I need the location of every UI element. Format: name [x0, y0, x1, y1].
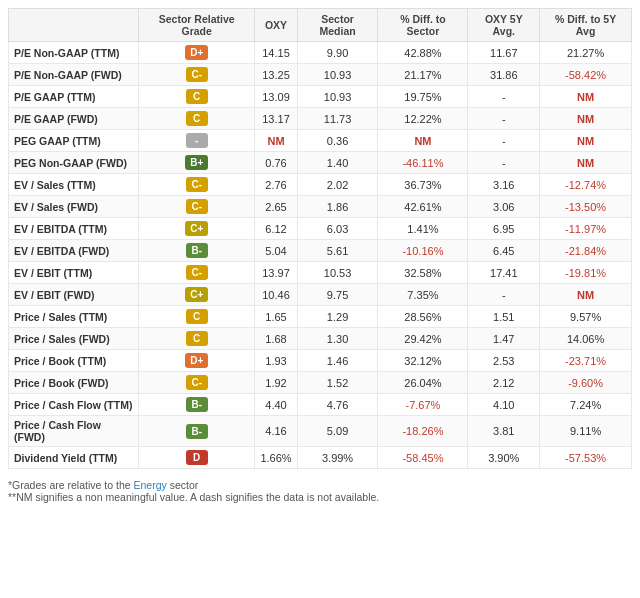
grade-badge: C — [186, 89, 208, 104]
grade-cell: C- — [139, 196, 255, 218]
diff-sector-value: 42.88% — [378, 42, 468, 64]
col-oxy: OXY — [255, 9, 297, 42]
diff-5y-value: -58.42% — [540, 64, 632, 86]
oxy5y-value: 1.51 — [468, 306, 540, 328]
diff-5y-value: -13.50% — [540, 196, 632, 218]
oxy-value: 6.12 — [255, 218, 297, 240]
grade-cell: C — [139, 108, 255, 130]
grade-badge: C — [186, 309, 208, 324]
grade-cell: B+ — [139, 152, 255, 174]
grade-badge: C- — [186, 375, 208, 390]
footer-line1: *Grades are relative to the Energy secto… — [8, 479, 632, 491]
table-row: Dividend Yield (TTM)D1.66%3.99%-58.45%3.… — [9, 447, 632, 469]
oxy-value: 1.65 — [255, 306, 297, 328]
sector-median-value: 3.99% — [297, 447, 378, 469]
grade-cell: C — [139, 86, 255, 108]
oxy5y-value: 3.06 — [468, 196, 540, 218]
oxy-value: 4.40 — [255, 394, 297, 416]
sector-median-value: 1.86 — [297, 196, 378, 218]
grade-badge: - — [186, 133, 208, 148]
oxy-value: 2.65 — [255, 196, 297, 218]
footer-line2: **NM signifies a non meaningful value. A… — [8, 491, 632, 503]
table-row: P/E Non-GAAP (TTM)D+14.159.9042.88%11.67… — [9, 42, 632, 64]
metric-name: Price / Book (TTM) — [9, 350, 139, 372]
metric-name: P/E Non-GAAP (TTM) — [9, 42, 139, 64]
oxy-value: 1.66% — [255, 447, 297, 469]
table-header-row: Sector Relative Grade OXY Sector Median … — [9, 9, 632, 42]
diff-5y-value: NM — [540, 108, 632, 130]
table-row: Price / Sales (FWD)C1.681.3029.42%1.4714… — [9, 328, 632, 350]
diff-5y-value: -12.74% — [540, 174, 632, 196]
sector-median-value: 5.09 — [297, 416, 378, 447]
diff-sector-value: 28.56% — [378, 306, 468, 328]
diff-5y-value: -57.53% — [540, 447, 632, 469]
grade-badge: B+ — [185, 155, 208, 170]
table-row: P/E GAAP (TTM)C13.0910.9319.75%-NM — [9, 86, 632, 108]
diff-sector-value: 19.75% — [378, 86, 468, 108]
oxy5y-value: 6.95 — [468, 218, 540, 240]
diff-sector-value: -18.26% — [378, 416, 468, 447]
grade-cell: D+ — [139, 350, 255, 372]
oxy-value: 13.97 — [255, 262, 297, 284]
diff-sector-value: 32.58% — [378, 262, 468, 284]
grade-badge: D+ — [185, 45, 208, 60]
oxy5y-value: 3.90% — [468, 447, 540, 469]
sector-median-value: 1.30 — [297, 328, 378, 350]
oxy-value: 0.76 — [255, 152, 297, 174]
diff-sector-value: 12.22% — [378, 108, 468, 130]
metric-name: EV / EBIT (TTM) — [9, 262, 139, 284]
table-row: Price / Book (FWD)C-1.921.5226.04%2.12-9… — [9, 372, 632, 394]
diff-sector-value: -10.16% — [378, 240, 468, 262]
table-row: Price / Book (TTM)D+1.931.4632.12%2.53-2… — [9, 350, 632, 372]
diff-sector-value: 21.17% — [378, 64, 468, 86]
metric-name: P/E GAAP (TTM) — [9, 86, 139, 108]
diff-5y-value: -9.60% — [540, 372, 632, 394]
diff-5y-value: 7.24% — [540, 394, 632, 416]
grade-cell: C+ — [139, 284, 255, 306]
grade-badge: C- — [186, 265, 208, 280]
oxy5y-value: 6.45 — [468, 240, 540, 262]
grade-badge: B- — [186, 397, 208, 412]
table-row: PEG GAAP (TTM)-NM0.36NM-NM — [9, 130, 632, 152]
oxy-value: 14.15 — [255, 42, 297, 64]
oxy5y-value: 1.47 — [468, 328, 540, 350]
grade-cell: C — [139, 328, 255, 350]
table-row: EV / EBIT (FWD)C+10.469.757.35%-NM — [9, 284, 632, 306]
grade-cell: C- — [139, 372, 255, 394]
diff-5y-value: NM — [540, 152, 632, 174]
sector-median-value: 1.29 — [297, 306, 378, 328]
diff-5y-value: 9.11% — [540, 416, 632, 447]
grade-cell: D — [139, 447, 255, 469]
table-row: Price / Cash Flow (FWD)B-4.165.09-18.26%… — [9, 416, 632, 447]
metric-name: P/E Non-GAAP (FWD) — [9, 64, 139, 86]
diff-5y-value: 9.57% — [540, 306, 632, 328]
oxy-value: 1.68 — [255, 328, 297, 350]
oxy-value: 5.04 — [255, 240, 297, 262]
oxy5y-value: - — [468, 130, 540, 152]
table-row: EV / Sales (TTM)C-2.762.0236.73%3.16-12.… — [9, 174, 632, 196]
sector-median-value: 9.75 — [297, 284, 378, 306]
oxy5y-value: - — [468, 152, 540, 174]
grade-badge: C — [186, 111, 208, 126]
oxy-value: 1.93 — [255, 350, 297, 372]
diff-sector-value: 32.12% — [378, 350, 468, 372]
grade-badge: B- — [186, 424, 208, 439]
diff-sector-value: 1.41% — [378, 218, 468, 240]
energy-link[interactable]: Energy — [133, 479, 166, 491]
metric-name: EV / EBIT (FWD) — [9, 284, 139, 306]
table-row: P/E GAAP (FWD)C13.1711.7312.22%-NM — [9, 108, 632, 130]
sector-median-value: 1.40 — [297, 152, 378, 174]
sector-median-value: 10.93 — [297, 86, 378, 108]
oxy5y-value: 3.16 — [468, 174, 540, 196]
footer-notes: *Grades are relative to the Energy secto… — [8, 479, 632, 503]
oxy-value: 1.92 — [255, 372, 297, 394]
metric-name: EV / Sales (FWD) — [9, 196, 139, 218]
sector-median-value: 4.76 — [297, 394, 378, 416]
diff-sector-value: 7.35% — [378, 284, 468, 306]
diff-sector-value: -58.45% — [378, 447, 468, 469]
grade-cell: D+ — [139, 42, 255, 64]
grade-badge: C- — [186, 67, 208, 82]
diff-sector-value: -7.67% — [378, 394, 468, 416]
col-grade: Sector Relative Grade — [139, 9, 255, 42]
oxy5y-value: 4.10 — [468, 394, 540, 416]
